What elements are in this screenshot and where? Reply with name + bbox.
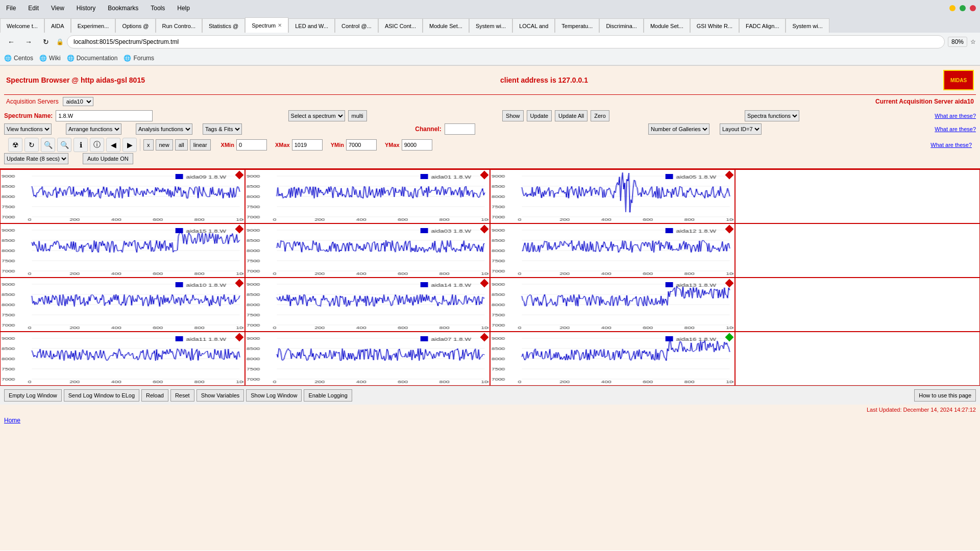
menu-help[interactable]: Help — [175, 4, 192, 13]
chart-canvas-10[interactable] — [492, 279, 733, 330]
reset-button[interactable]: Reset — [170, 389, 194, 402]
chart-canvas-8[interactable] — [2, 279, 243, 330]
select-spectrum-dropdown[interactable]: Select a spectrum — [288, 110, 345, 121]
x-button[interactable]: x — [143, 139, 154, 151]
update-button[interactable]: Update — [527, 110, 552, 121]
new-button[interactable]: new — [156, 139, 173, 151]
analysis-functions-select[interactable]: Analysis functions — [136, 123, 192, 135]
xmin-input[interactable] — [236, 139, 267, 151]
what-are-these-2[interactable]: What are these? — [935, 126, 976, 132]
browser-tab-14[interactable]: Discrimina... — [599, 18, 644, 33]
chart-canvas-5[interactable] — [247, 225, 488, 276]
all-button[interactable]: all — [175, 139, 188, 151]
ymin-input[interactable] — [346, 139, 377, 151]
chart-cell-9[interactable] — [245, 278, 490, 332]
chart-cell-8[interactable] — [0, 278, 245, 332]
send-log-button[interactable]: Send Log Window to ELog — [64, 389, 139, 402]
tab-close-icon[interactable]: ✕ — [278, 22, 282, 28]
browser-tab-12[interactable]: LOCAL and — [512, 18, 555, 33]
browser-tab-4[interactable]: Run Contro... — [156, 18, 202, 33]
browser-tab-5[interactable]: Statistics @ — [202, 18, 245, 33]
reload-nav-button[interactable]: ↻ — [39, 35, 53, 49]
maximize-button[interactable] — [960, 5, 966, 11]
zoom-out-icon[interactable]: 🔍 — [57, 138, 71, 152]
ymax-input[interactable] — [402, 139, 432, 151]
what-are-these-1[interactable]: What are these? — [935, 113, 976, 119]
show-variables-button[interactable]: Show Variables — [197, 389, 244, 402]
chart-cell-4[interactable] — [0, 223, 245, 278]
menu-view[interactable]: View — [49, 4, 66, 13]
arrow-left-icon[interactable]: ◀ — [106, 138, 120, 152]
chart-canvas-12[interactable] — [2, 333, 243, 384]
info-circle-icon[interactable]: ℹ — [74, 138, 88, 152]
chart-canvas-0[interactable] — [2, 171, 243, 222]
arrange-functions-select[interactable]: Arrange functions — [66, 123, 121, 135]
chart-cell-1[interactable] — [245, 169, 490, 223]
chart-canvas-6[interactable] — [492, 225, 733, 276]
empty-log-button[interactable]: Empty Log Window — [4, 389, 62, 402]
chart-canvas-1[interactable] — [247, 171, 488, 222]
layout-id-select[interactable]: Layout ID=7 — [720, 123, 762, 135]
browser-tab-17[interactable]: FADC Align... — [739, 18, 786, 33]
view-functions-select[interactable]: View functions — [4, 123, 52, 135]
url-bar[interactable] — [67, 35, 945, 48]
chart-canvas-4[interactable] — [2, 225, 243, 276]
spectrum-name-input[interactable] — [56, 110, 153, 121]
channel-input[interactable] — [445, 123, 475, 135]
number-of-galleries-select[interactable]: Number of Galleries — [648, 123, 709, 135]
menu-tools[interactable]: Tools — [149, 4, 167, 13]
browser-tab-9[interactable]: ASIC Cont... — [378, 18, 423, 33]
show-log-button[interactable]: Show Log Window — [246, 389, 302, 402]
auto-update-button[interactable]: Auto Update ON — [83, 153, 133, 164]
bookmark-wiki[interactable]: 🌐 Wiki — [39, 55, 61, 62]
chart-cell-10[interactable] — [490, 278, 735, 332]
spectra-functions-select[interactable]: Spectra functions — [745, 110, 799, 121]
bookmark-centos[interactable]: 🌐 Centos — [4, 55, 33, 62]
radiation-icon[interactable]: ☢ — [8, 138, 22, 152]
multi-button[interactable]: multi — [348, 110, 367, 121]
acquisition-server-select[interactable]: aida10 — [63, 97, 93, 106]
browser-tab-10[interactable]: Module Set... — [423, 18, 469, 33]
zoom-in-icon[interactable]: 🔍 — [41, 138, 55, 152]
how-to-use-button[interactable]: How to use this page — [914, 389, 976, 402]
update-rate-select[interactable]: Update Rate (8 secs) — [4, 153, 68, 164]
chart-cell-0[interactable] — [0, 169, 245, 223]
browser-tab-16[interactable]: GSI White R... — [690, 18, 739, 33]
chart-cell-14[interactable] — [490, 332, 735, 386]
chart-canvas-13[interactable] — [247, 333, 488, 384]
browser-tab-8[interactable]: Control @... — [335, 18, 378, 33]
minimize-button[interactable] — [949, 5, 955, 11]
forward-button[interactable]: → — [21, 35, 36, 49]
browser-tab-6[interactable]: Spectrum✕ — [245, 17, 288, 33]
xmax-input[interactable] — [292, 139, 323, 151]
enable-logging-button[interactable]: Enable Logging — [304, 389, 352, 402]
chart-cell-5[interactable] — [245, 223, 490, 278]
menu-file[interactable]: File — [4, 4, 18, 13]
what-are-these-3[interactable]: What are these? — [930, 142, 972, 148]
browser-tab-11[interactable]: System wi... — [469, 18, 512, 33]
update-all-button[interactable]: Update All — [555, 110, 587, 121]
arrow-right-icon[interactable]: ▶ — [122, 138, 137, 152]
browser-tab-13[interactable]: Temperatu... — [555, 18, 599, 33]
browser-tab-15[interactable]: Module Set... — [644, 18, 690, 33]
reload-button[interactable]: Reload — [141, 389, 168, 402]
menu-history[interactable]: History — [75, 4, 97, 13]
chart-cell-12[interactable] — [0, 332, 245, 386]
info-icon-2[interactable]: ⓘ — [90, 138, 104, 152]
bookmark-documentation[interactable]: 🌐 Documentation — [67, 55, 118, 62]
chart-cell-2[interactable] — [490, 169, 735, 223]
home-link[interactable]: Home — [0, 415, 980, 426]
show-button[interactable]: Show — [502, 110, 524, 121]
browser-tab-1[interactable]: AIDA — [44, 18, 71, 33]
browser-tab-2[interactable]: Experimen... — [71, 18, 116, 33]
chart-canvas-14[interactable] — [492, 333, 733, 384]
browser-tab-0[interactable]: Welcome t... — [0, 18, 44, 33]
menu-bookmarks[interactable]: Bookmarks — [106, 4, 140, 13]
browser-tab-7[interactable]: LED and W... — [288, 18, 335, 33]
zero-button[interactable]: Zero — [591, 110, 609, 121]
chart-cell-13[interactable] — [245, 332, 490, 386]
browser-tab-18[interactable]: System wi... — [786, 18, 829, 33]
tags-fits-select[interactable]: Tags & Fits — [203, 123, 242, 135]
chart-cell-6[interactable] — [490, 223, 735, 278]
browser-tab-3[interactable]: Options @ — [115, 18, 155, 33]
